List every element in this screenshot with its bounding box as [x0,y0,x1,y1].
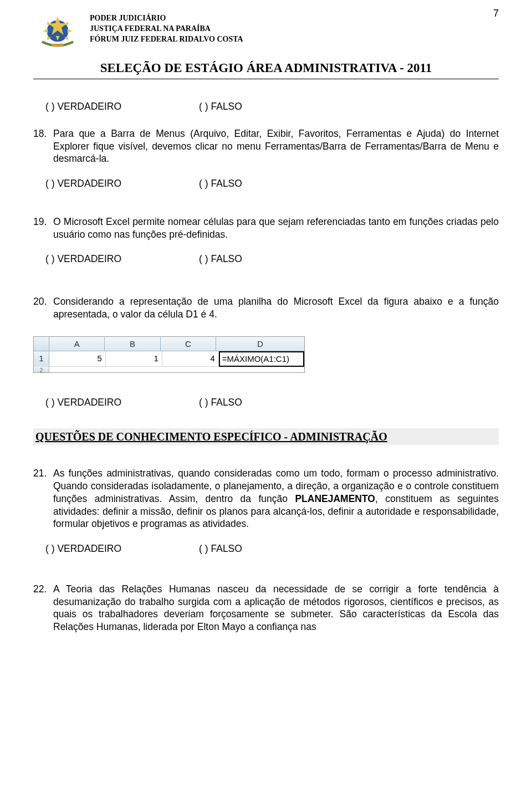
excel-col-c: C [161,337,216,351]
section-heading: QUESTÕES DE CONHECIMENTO ESPECÍFICO - AD… [33,428,499,445]
option-verdadeiro[interactable]: ( ) VERDADEIRO [45,542,121,555]
question-18: 18. Para que a Barra de Menus (Arquivo, … [33,127,499,190]
svg-marker-4 [68,29,73,33]
option-verdadeiro[interactable]: ( ) VERDADEIRO [45,396,121,409]
tf-row-18: ( ) VERDADEIRO ( ) FALSO [33,177,499,190]
question-number: 18. [33,127,53,165]
page-title: SELEÇÃO DE ESTÁGIO ÁREA ADMINISTRATIVA -… [33,61,499,79]
q21-bold: PLANEJAMENTO [295,493,375,504]
excel-col-b: B [105,337,160,351]
excel-cell-b1: 1 [106,351,162,367]
svg-rect-9 [52,44,63,47]
question-text: A Teoria das Relações Humanas nasceu da … [53,583,499,633]
header-line-1: PODER JUDICIÁRIO [90,13,243,24]
page-number: 7 [493,8,499,19]
option-verdadeiro[interactable]: ( ) VERDADEIRO [45,177,121,190]
excel-col-a: A [49,337,105,351]
header-line-3: FÓRUM JUIZ FEDERAL RIDALVO COSTA [90,34,243,45]
document-header: PODER JUDICIÁRIO JUSTIÇA FEDERAL NA PARA… [33,11,499,51]
question-21: 21. As funções administrativas, quando c… [33,467,499,555]
excel-cell-a1: 5 [49,351,106,367]
question-number: 20. [33,295,53,321]
national-crest-icon [33,11,82,51]
tf-row-21: ( ) VERDADEIRO ( ) FALSO [33,542,499,555]
question-20: 20. Considerando a representação de uma … [33,295,499,408]
option-falso[interactable]: ( ) FALSO [199,177,242,190]
question-text: Considerando a representação de uma plan… [53,295,499,321]
header-org-text: PODER JUDICIÁRIO JUSTIÇA FEDERAL NA PARA… [90,11,243,45]
option-falso[interactable]: ( ) FALSO [199,100,242,113]
svg-marker-3 [43,29,48,33]
excel-cell-d1: =MÁXIMO(A1:C1) [219,351,304,367]
question-number: 21. [33,467,53,530]
option-falso[interactable]: ( ) FALSO [199,396,242,409]
option-verdadeiro[interactable]: ( ) VERDADEIRO [45,253,121,265]
excel-row-2: 2 [34,367,49,372]
question-number: 19. [33,216,53,241]
question-number: 22. [33,583,53,633]
option-falso[interactable]: ( ) FALSO [199,253,242,265]
option-falso[interactable]: ( ) FALSO [199,542,242,555]
question-text: As funções administrativas, quando consi… [53,467,499,530]
question-text: O Microsoft Excel permite nomear células… [53,216,499,241]
option-verdadeiro[interactable]: ( ) VERDADEIRO [45,100,121,113]
question-19: 19. O Microsoft Excel permite nomear cél… [33,216,499,265]
excel-figure: A B C D 1 5 1 4 =MÁXIMO(A1:C1) 2 [33,336,305,373]
excel-row-1: 1 [34,351,49,367]
excel-col-d: D [216,337,304,351]
question-text: Para que a Barra de Menus (Arquivo, Edit… [53,127,499,165]
header-line-2: JUSTIÇA FEDERAL NA PARAÍBA [90,24,243,34]
tf-row-19: ( ) VERDADEIRO ( ) FALSO [33,253,499,265]
excel-cell-c1: 4 [162,351,219,367]
tf-row-20: ( ) VERDADEIRO ( ) FALSO [33,396,499,409]
tf-row-prev: ( ) VERDADEIRO ( ) FALSO [33,100,499,113]
question-22: 22. A Teoria das Relações Humanas nasceu… [33,583,499,633]
excel-corner [34,337,49,351]
